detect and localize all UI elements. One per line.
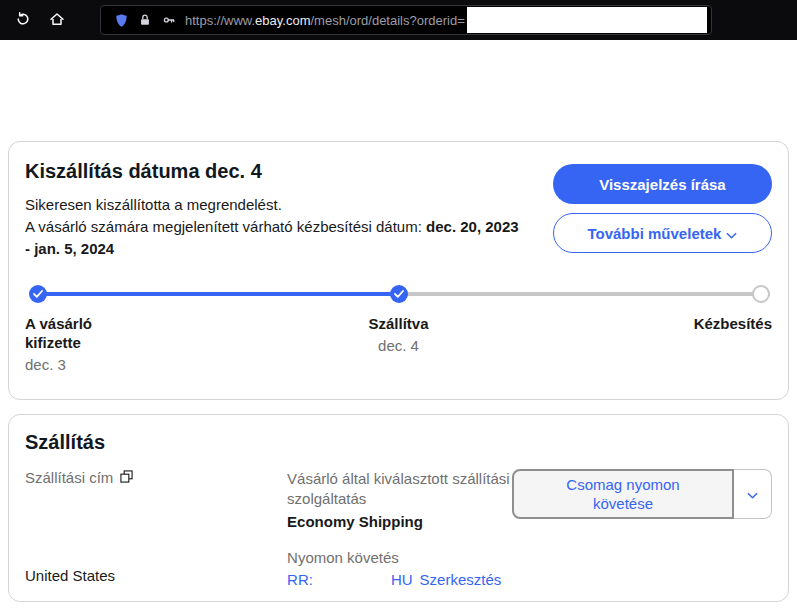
status-line1: Sikeresen kiszállította a megrendelést. bbox=[25, 194, 553, 216]
browser-toolbar: https://www.ebay.com/mesh/ord/details?or… bbox=[0, 0, 797, 40]
shipping-address-column: Szállítási cím United States bbox=[25, 469, 287, 588]
estimate-text: A vásárló számára megjelenített várható … bbox=[25, 218, 426, 235]
more-actions-button[interactable]: További műveletek bbox=[553, 213, 772, 253]
tracking-edit-link[interactable]: Szerkesztés bbox=[420, 571, 502, 588]
track-package-button[interactable]: Csomag nyomon követése bbox=[512, 469, 734, 519]
step-shipped-check-icon bbox=[390, 285, 408, 303]
progress-labels: A vásárló kifizette dec. 3 Szállítva dec… bbox=[25, 314, 772, 392]
write-feedback-button[interactable]: Visszajelzés írása bbox=[553, 164, 772, 204]
estimate-date-start: dec. 20, 2023 bbox=[426, 218, 519, 235]
step-delivery-label-block: Kézbesítés bbox=[694, 314, 772, 333]
shipping-status-card: Kiszállítás dátuma dec. 4 Sikeresen kisz… bbox=[8, 141, 789, 400]
redacted-order-id bbox=[467, 7, 707, 33]
home-button[interactable] bbox=[42, 5, 72, 35]
url-text: https://www.ebay.com/mesh/ord/details?or… bbox=[185, 13, 465, 28]
reload-icon bbox=[15, 11, 31, 30]
estimate-date-end: - jan. 5, 2024 bbox=[25, 240, 114, 257]
home-icon bbox=[49, 11, 65, 30]
step-delivery-circle-icon bbox=[752, 285, 770, 303]
chevron-down-icon bbox=[747, 487, 758, 502]
step-shipped-label: Szállítva bbox=[368, 314, 428, 333]
shipping-card: Szállítás Szállítási cím United States V… bbox=[8, 414, 789, 602]
shipping-title: Szállítás bbox=[25, 429, 772, 455]
step-shipped-label-block: Szállítva dec. 4 bbox=[368, 314, 428, 355]
copy-icon bbox=[120, 470, 133, 486]
copy-address-button[interactable] bbox=[120, 470, 133, 486]
shipping-actions-column: Csomag nyomon követése bbox=[512, 469, 772, 588]
reload-button[interactable] bbox=[8, 5, 38, 35]
step-paid-check-icon bbox=[29, 285, 47, 303]
track-package-dropdown-button[interactable] bbox=[734, 469, 772, 519]
url-prefix: https://www. bbox=[185, 13, 255, 28]
tracking-protection-shield-icon[interactable] bbox=[109, 8, 133, 32]
progress-segment-complete bbox=[37, 292, 399, 296]
site-permissions-icon[interactable] bbox=[157, 8, 181, 32]
shipping-country: United States bbox=[25, 566, 287, 586]
url-bar[interactable]: https://www.ebay.com/mesh/ord/details?or… bbox=[100, 5, 712, 35]
chevron-down-icon bbox=[726, 225, 737, 242]
step-paid-label: A vásárló kifizette bbox=[25, 314, 109, 352]
service-value: Economy Shipping bbox=[287, 511, 512, 533]
status-title: Kiszállítás dátuma dec. 4 bbox=[25, 158, 553, 184]
more-actions-label: További műveletek bbox=[587, 225, 721, 242]
tracking-label: Nyomon követés bbox=[287, 548, 512, 568]
step-paid-date: dec. 3 bbox=[25, 355, 109, 374]
track-package-split-button: Csomag nyomon követése bbox=[512, 469, 772, 519]
lock-icon[interactable] bbox=[133, 8, 157, 32]
progress-segment-pending bbox=[399, 292, 763, 296]
shipping-service-column: Vásárló által kiválasztott szállítási sz… bbox=[287, 469, 512, 588]
tracking-number-link[interactable]: RR: bbox=[287, 571, 313, 588]
tracking-number-suffix: HU bbox=[391, 571, 413, 588]
address-redacted-space bbox=[25, 486, 287, 566]
step-delivery-label: Kézbesítés bbox=[694, 314, 772, 333]
step-paid-label-block: A vásárló kifizette dec. 3 bbox=[25, 314, 109, 374]
service-label: Vásárló által kiválasztott szállítási sz… bbox=[287, 469, 512, 509]
order-progress-tracker bbox=[27, 284, 770, 304]
shipping-address-label: Szállítási cím bbox=[25, 469, 113, 486]
url-path: /mesh/ord/details?orderid= bbox=[310, 13, 464, 28]
step-shipped-date: dec. 4 bbox=[368, 336, 428, 355]
url-domain: ebay.com bbox=[255, 13, 310, 28]
status-delivery-estimate: A vásárló számára megjelenített várható … bbox=[25, 216, 553, 260]
